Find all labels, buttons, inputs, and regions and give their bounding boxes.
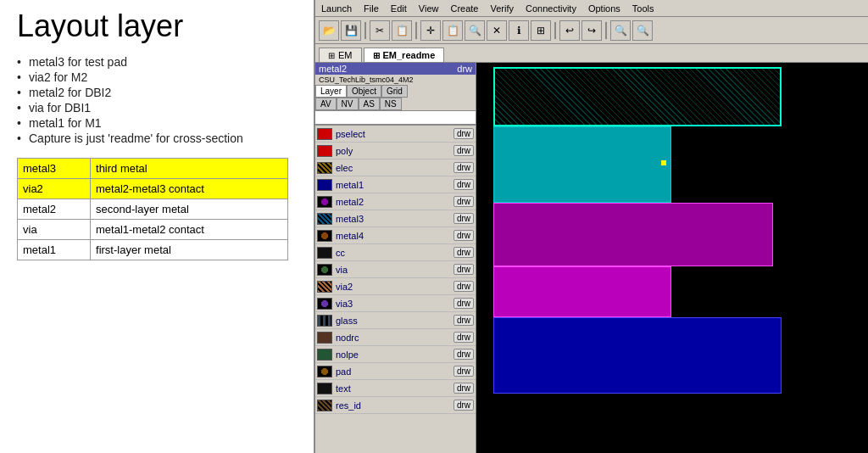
list-item[interactable]: viadrw (315, 261, 476, 278)
toolbar-button[interactable]: 🔍 (632, 20, 653, 41)
layer-selected-type: drw (457, 64, 472, 74)
table-row: metal1first-layer metal (18, 240, 288, 260)
layer-color-swatch (317, 349, 332, 361)
list-item[interactable]: via3drw (315, 295, 476, 312)
toolbar-button[interactable]: ✛ (420, 20, 441, 41)
shape-magenta (493, 203, 773, 266)
layer-desc-cell: metal2-metal3 contact (91, 179, 288, 199)
layer-row-name: metal2 (336, 197, 453, 207)
tab-icon-em: ⊞ (328, 51, 335, 60)
toolbar-button[interactable]: 💾 (341, 20, 361, 41)
layer-row-name: nodrc (336, 333, 453, 343)
toolbar-button[interactable]: 🔍 (610, 20, 631, 41)
menu-item-launch[interactable]: Launch (319, 3, 354, 14)
toolbar-button[interactable]: ⊞ (531, 20, 551, 41)
list-item[interactable]: paddrw (315, 363, 476, 380)
menu-item-view[interactable]: View (416, 3, 442, 14)
list-item[interactable]: metal4drw (315, 227, 476, 244)
layer-row-name: metal4 (336, 231, 453, 241)
layer-row-type: drw (453, 332, 474, 343)
layer-tab-object[interactable]: Object (347, 85, 381, 98)
bullet-item: metal2 for DBI2 (17, 85, 297, 100)
list-item[interactable]: ccdrw (315, 244, 476, 261)
toolbar-button[interactable]: 📋 (442, 20, 463, 41)
list-item[interactable]: polydrw (315, 143, 476, 159)
shape-cyan (493, 126, 671, 203)
layer-color-swatch (317, 264, 332, 276)
layer-list[interactable]: pselectdrwpolydrwelecdrwmetal1drwmetal2d… (315, 126, 476, 453)
list-item[interactable]: pselectdrw (315, 126, 476, 143)
layer-color-swatch (317, 230, 332, 242)
toolbar-button[interactable]: ↪ (581, 20, 602, 41)
layer-row-name: pselect (336, 129, 453, 139)
layer-row-type: drw (453, 298, 474, 309)
layer-subtab-ns[interactable]: NS (380, 98, 402, 110)
bullet-item: metal1 for M1 (17, 115, 297, 131)
list-item[interactable]: metal3drw (315, 210, 476, 227)
layer-color-swatch (317, 162, 332, 174)
list-item[interactable]: elecdrw (315, 159, 476, 176)
shape-magenta-small (493, 266, 671, 317)
layer-row-name: via3 (336, 299, 453, 309)
layer-subtab-as[interactable]: AS (359, 98, 380, 110)
layer-row-type: drw (453, 264, 474, 275)
list-item[interactable]: nodrcdrw (315, 329, 476, 346)
tab-icon-em_readme: ⊞ (373, 51, 380, 60)
toolbar-button[interactable]: 📂 (319, 20, 339, 41)
layer-tab-layer[interactable]: Layer (315, 85, 347, 98)
layer-color-swatch (317, 179, 332, 191)
list-item[interactable]: via2drw (315, 278, 476, 295)
page-title: Layout layer (17, 8, 297, 44)
layer-row-type: drw (453, 162, 474, 173)
layer-row-type: drw (453, 281, 474, 292)
layer-color-swatch (317, 332, 332, 344)
list-item[interactable]: textdrw (315, 380, 476, 397)
tab-em[interactable]: ⊞EM (319, 48, 362, 62)
toolbar: 📂💾✂📋✛📋🔍✕ℹ⊞↩↪🔍🔍 (315, 17, 868, 44)
layer-row-type: drw (453, 196, 474, 207)
menu-item-tools[interactable]: Tools (630, 3, 657, 14)
layer-subtab-nv[interactable]: NV (337, 98, 359, 110)
layer-name-cell: via2 (18, 179, 91, 199)
layer-tab-grid[interactable]: Grid (381, 85, 408, 98)
menu-item-connectivity[interactable]: Connectivity (523, 3, 579, 14)
layer-subtab-av[interactable]: AV (315, 98, 337, 110)
toolbar-button[interactable]: 🔍 (465, 20, 485, 41)
toolbar-button[interactable]: ↩ (559, 20, 580, 41)
layer-color-swatch (317, 145, 332, 157)
menu-item-file[interactable]: File (361, 3, 381, 14)
layer-color-swatch (317, 298, 332, 310)
list-item[interactable]: metal2drw (315, 193, 476, 210)
toolbar-button[interactable]: ℹ (509, 20, 529, 41)
bullet-item: metal3 for test pad (17, 54, 297, 70)
list-item[interactable]: metal1drw (315, 176, 476, 193)
layer-row-name: nolpe (336, 350, 453, 360)
layer-panel-header: metal2 drw CSU_TechLib_tsmc04_4M2 LayerO… (315, 63, 476, 126)
toolbar-button[interactable]: ✕ (487, 20, 507, 41)
layer-row-type: drw (453, 349, 474, 360)
menu-item-options[interactable]: Options (586, 3, 623, 14)
layer-row-name: via2 (336, 282, 453, 292)
layer-color-swatch (317, 400, 332, 411)
layer-row-type: drw (453, 383, 474, 394)
table-row: metal2second-layer metal (18, 199, 288, 220)
layer-row-name: metal3 (336, 214, 453, 224)
menu-item-create[interactable]: Create (448, 3, 481, 14)
layer-row-name: pad (336, 366, 453, 377)
list-item[interactable]: nolpedrw (315, 346, 476, 363)
toolbar-button[interactable]: ✂ (370, 20, 390, 41)
layer-name-cell: metal1 (18, 240, 91, 260)
tab-em_readme[interactable]: ⊞EM_readme (364, 48, 445, 62)
main-area: metal2 drw CSU_TechLib_tsmc04_4M2 LayerO… (315, 63, 868, 453)
dot-marker (661, 160, 666, 165)
layer-name-cell: via (18, 220, 91, 240)
layer-color-swatch (317, 281, 332, 293)
toolbar-button[interactable]: 📋 (392, 20, 412, 41)
menu-item-edit[interactable]: Edit (388, 3, 409, 14)
list-item[interactable]: res_iddrw (315, 397, 476, 414)
menu-item-verify[interactable]: Verify (487, 3, 516, 14)
layer-row-name: res_id (336, 400, 453, 411)
list-item[interactable]: glassdrw (315, 312, 476, 329)
layer-desc-cell: second-layer metal (91, 199, 288, 220)
layer-table: metal3third metalvia2metal2-metal3 conta… (17, 158, 288, 260)
